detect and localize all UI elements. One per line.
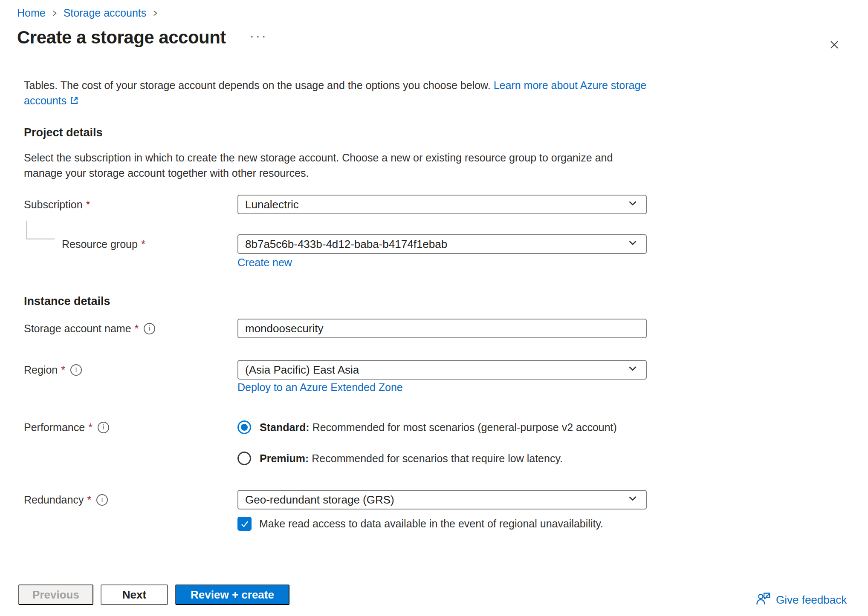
close-icon <box>827 38 841 52</box>
intro-text: Tables. The cost of your storage account… <box>24 78 651 109</box>
resource-group-dropdown[interactable]: 8b7a5c6b-433b-4d12-baba-b4174f1ebab <box>237 234 647 254</box>
chevron-down-icon <box>626 236 639 252</box>
radio-unselected-icon <box>237 452 251 465</box>
subscription-value: Lunalectric <box>245 198 299 211</box>
deploy-extended-zone-link[interactable]: Deploy to an Azure Extended Zone <box>237 381 403 394</box>
next-button[interactable]: Next <box>101 584 168 605</box>
redundancy-value: Geo-redundant storage (GRS) <box>245 493 394 507</box>
page-title: Create a storage account <box>17 27 226 48</box>
required-asterisk: * <box>135 319 139 338</box>
previous-button[interactable]: Previous <box>18 584 93 605</box>
review-create-button[interactable]: Review + create <box>175 584 289 605</box>
breadcrumb-home[interactable]: Home <box>17 7 46 19</box>
info-icon[interactable]: i <box>98 422 109 433</box>
breadcrumb-storage-accounts[interactable]: Storage accounts <box>64 7 147 19</box>
project-details-description: Select the subscription in which to crea… <box>24 150 651 181</box>
redundancy-dropdown[interactable]: Geo-redundant storage (GRS) <box>237 490 647 509</box>
required-asterisk: * <box>61 360 65 380</box>
chevron-down-icon <box>626 492 639 508</box>
subscription-label: Subscription * <box>24 195 237 214</box>
external-link-icon <box>69 94 79 109</box>
subscription-dropdown[interactable]: Lunalectric <box>237 195 647 214</box>
intro-description: Tables. The cost of your storage account… <box>24 79 491 91</box>
footer-actions: Previous Next Review + create <box>18 584 289 605</box>
more-options-button[interactable]: ··· <box>250 29 268 42</box>
performance-radio-group: Standard: Recommended for most scenarios… <box>237 417 617 468</box>
region-dropdown[interactable]: (Asia Pacific) East Asia <box>237 360 647 380</box>
subscription-label-text: Subscription <box>24 195 83 214</box>
radio-selected-icon <box>237 420 251 434</box>
storage-account-name-input[interactable] <box>237 319 647 338</box>
required-asterisk: * <box>88 417 93 437</box>
close-button[interactable] <box>825 35 844 55</box>
create-storage-account-page: Home Storage accounts Create a storage a… <box>0 0 868 616</box>
project-details-heading: Project details <box>24 126 103 139</box>
chevron-right-icon <box>51 9 58 17</box>
performance-option-standard[interactable]: Standard: Recommended for most scenarios… <box>237 417 617 437</box>
region-label-text: Region <box>24 360 58 380</box>
required-asterisk: * <box>86 195 90 214</box>
feedback-label: Give feedback <box>776 593 847 607</box>
read-access-checkbox-label: Make read access to data available in th… <box>259 518 603 530</box>
performance-premium-text: Premium: Recommended for scenarios that … <box>260 452 563 465</box>
required-asterisk: * <box>87 490 91 509</box>
required-asterisk: * <box>141 234 145 254</box>
chevron-down-icon <box>626 197 639 213</box>
breadcrumb: Home Storage accounts <box>17 7 159 19</box>
performance-option-premium[interactable]: Premium: Recommended for scenarios that … <box>237 449 617 468</box>
storage-account-name-label: Storage account name * i <box>24 319 237 338</box>
chevron-right-icon <box>151 9 159 17</box>
redundancy-label-text: Redundancy <box>24 490 84 509</box>
performance-premium-description: Recommended for scenarios that require l… <box>312 452 563 464</box>
performance-premium-name: Premium: <box>260 452 309 464</box>
region-value: (Asia Pacific) East Asia <box>245 363 359 377</box>
chevron-down-icon <box>626 362 639 378</box>
instance-details-heading: Instance details <box>24 295 110 308</box>
performance-label-text: Performance <box>24 417 85 437</box>
resource-group-label: Resource group * <box>24 234 237 254</box>
redundancy-label: Redundancy * i <box>24 490 237 509</box>
info-icon[interactable]: i <box>144 323 155 334</box>
checkbox-checked-icon[interactable] <box>237 517 252 531</box>
region-label: Region * i <box>24 360 237 380</box>
feedback-icon <box>755 591 771 609</box>
performance-standard-text: Standard: Recommended for most scenarios… <box>260 421 617 434</box>
read-access-checkbox-row[interactable]: Make read access to data available in th… <box>237 517 603 531</box>
resource-group-value: 8b7a5c6b-433b-4d12-baba-b4174f1ebab <box>245 238 447 251</box>
performance-standard-description: Recommended for most scenarios (general-… <box>312 421 617 433</box>
storage-account-name-label-text: Storage account name <box>24 319 131 338</box>
resource-group-label-text: Resource group <box>62 234 138 254</box>
info-icon[interactable]: i <box>96 494 108 506</box>
performance-label: Performance * i <box>24 417 237 437</box>
info-icon[interactable]: i <box>70 364 82 376</box>
give-feedback-link[interactable]: Give feedback <box>755 591 847 609</box>
performance-standard-name: Standard: <box>260 421 310 433</box>
create-new-link[interactable]: Create new <box>237 256 292 269</box>
